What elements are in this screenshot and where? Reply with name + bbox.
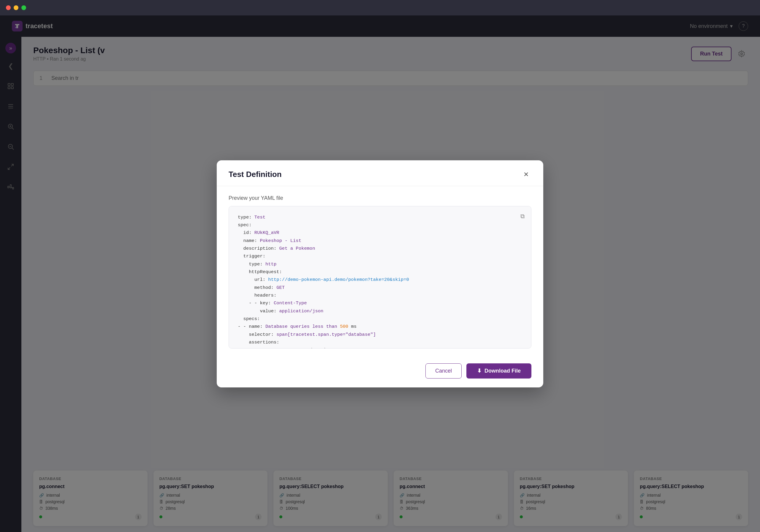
download-file-button[interactable]: ⬇ Download File [466,363,531,378]
modal-header: Test Definition ✕ [217,160,543,186]
minimize-button[interactable] [14,5,19,10]
preview-label: Preview your YAML file [229,195,531,201]
download-label: Download File [485,368,521,374]
modal-body: Preview your YAML file type: Testspec: i… [217,186,543,358]
modal: Test Definition ✕ Preview your YAML file… [217,160,543,387]
copy-button[interactable]: ⧉ [519,211,526,221]
maximize-button[interactable] [22,5,26,10]
close-button[interactable] [6,5,11,10]
modal-title: Test Definition [229,170,282,179]
modal-footer: Cancel ⬇ Download File [217,358,543,387]
yaml-block: type: Testspec: id: RUkKQ_aVR name: Poke… [229,206,531,349]
titlebar [0,0,760,16]
modal-overlay: Test Definition ✕ Preview your YAML file… [0,16,760,532]
modal-close-button[interactable]: ✕ [521,169,531,180]
download-icon: ⬇ [477,367,482,374]
cancel-button[interactable]: Cancel [425,363,462,378]
